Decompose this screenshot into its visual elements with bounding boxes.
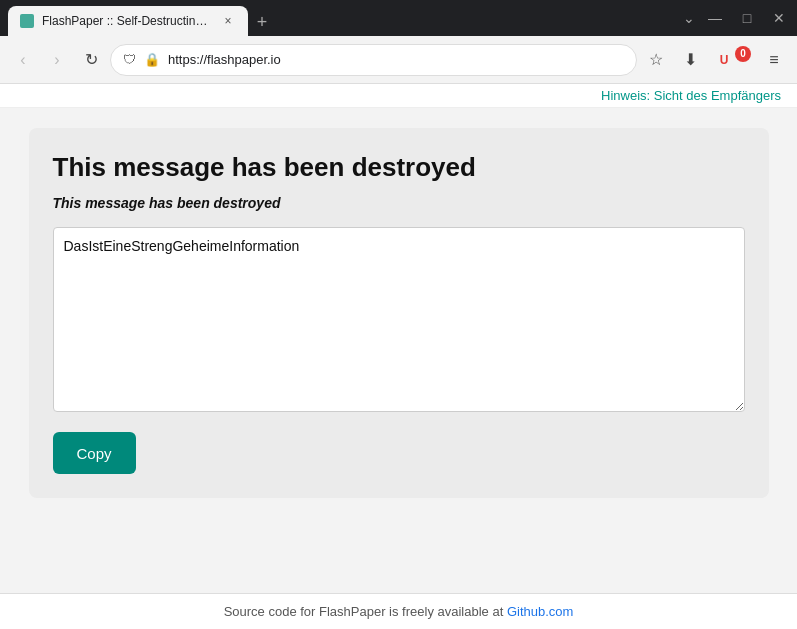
nav-actions: ☆ ⬇ U 0 ≡ xyxy=(641,45,789,75)
main-title: This message has been destroyed xyxy=(53,152,745,183)
footer-text: Source code for FlashPaper is freely ava… xyxy=(224,604,507,619)
footer: Source code for FlashPaper is freely ava… xyxy=(0,593,797,629)
menu-button[interactable]: ≡ xyxy=(759,45,789,75)
security-icon: 🛡 xyxy=(123,52,136,67)
hamburger-icon: ≡ xyxy=(769,51,778,69)
navigation-bar: ‹ › ↻ 🛡 🔒 ☆ ⬇ U 0 ≡ xyxy=(0,36,797,84)
browser-titlebar: FlashPaper :: Self-Destructing Mess… × +… xyxy=(0,0,797,36)
sub-title: This message has been destroyed xyxy=(53,195,745,211)
minimize-button[interactable]: — xyxy=(705,10,725,26)
message-textarea[interactable] xyxy=(53,227,745,412)
github-link[interactable]: Github.com xyxy=(507,604,573,619)
extension-button[interactable]: U xyxy=(709,45,739,75)
content-area: This message has been destroyed This mes… xyxy=(0,108,797,629)
hint-bar: Hinweis: Sicht des Empfängers xyxy=(0,84,797,108)
close-window-button[interactable]: ✕ xyxy=(769,10,789,26)
tab-close-button[interactable]: × xyxy=(220,13,236,29)
tab-title: FlashPaper :: Self-Destructing Mess… xyxy=(42,14,212,28)
bookmark-button[interactable]: ☆ xyxy=(641,45,671,75)
active-tab[interactable]: FlashPaper :: Self-Destructing Mess… × xyxy=(8,6,248,36)
page-content: This message has been destroyed This mes… xyxy=(0,108,797,593)
back-icon: ‹ xyxy=(20,51,25,69)
download-button[interactable]: ⬇ xyxy=(675,45,705,75)
tab-bar: FlashPaper :: Self-Destructing Mess… × + xyxy=(8,0,673,36)
extension-badge: 0 xyxy=(735,46,751,62)
maximize-button[interactable]: □ xyxy=(737,10,757,26)
tab-chevron[interactable]: ⌄ xyxy=(677,6,701,30)
message-card: This message has been destroyed This mes… xyxy=(29,128,769,498)
extension-icon-group: U 0 xyxy=(709,45,755,75)
forward-button[interactable]: › xyxy=(42,45,72,75)
back-button[interactable]: ‹ xyxy=(8,45,38,75)
forward-icon: › xyxy=(54,51,59,69)
window-controls: — □ ✕ xyxy=(705,10,789,26)
address-input[interactable] xyxy=(168,52,624,67)
ublock-icon: U xyxy=(720,53,729,67)
refresh-button[interactable]: ↻ xyxy=(76,45,106,75)
copy-button[interactable]: Copy xyxy=(53,432,136,474)
tab-favicon xyxy=(20,14,34,28)
hint-text: Hinweis: Sicht des Empfängers xyxy=(601,88,781,103)
address-bar-container[interactable]: 🛡 🔒 xyxy=(110,44,637,76)
lock-icon: 🔒 xyxy=(144,52,160,67)
star-icon: ☆ xyxy=(649,50,663,69)
new-tab-button[interactable]: + xyxy=(248,8,276,36)
download-icon: ⬇ xyxy=(684,50,697,69)
refresh-icon: ↻ xyxy=(85,50,98,69)
